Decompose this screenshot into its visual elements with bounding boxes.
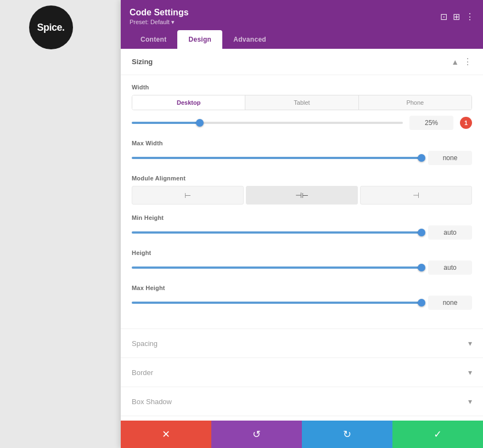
device-tab-desktop[interactable]: Desktop bbox=[132, 95, 245, 110]
tab-advanced[interactable]: Advanced bbox=[222, 30, 277, 49]
header-icons: ⊡ ⊞ ⋮ bbox=[440, 12, 474, 22]
sizing-title: Sizing bbox=[132, 58, 153, 66]
min-height-slider-row: auto bbox=[132, 225, 472, 240]
min-height-slider-container[interactable] bbox=[132, 231, 422, 234]
height-slider-thumb[interactable] bbox=[418, 264, 425, 271]
max-height-slider-fill bbox=[132, 302, 422, 304]
max-height-field-group: Max Height none bbox=[132, 285, 472, 310]
align-right-btn[interactable]: ⊣ bbox=[360, 186, 472, 205]
width-slider-track bbox=[132, 122, 403, 124]
max-width-slider-row: none bbox=[132, 151, 472, 165]
columns-icon[interactable]: ⊞ bbox=[453, 12, 460, 22]
sizing-more-icon[interactable]: ⋮ bbox=[463, 56, 472, 67]
panel-preset[interactable]: Preset: Default ▾ bbox=[130, 19, 189, 26]
device-tabs: Desktop Tablet Phone bbox=[132, 95, 472, 110]
height-slider-row: auto bbox=[132, 260, 472, 275]
width-label: Width bbox=[132, 84, 472, 90]
spacing-chevron-icon: ▾ bbox=[468, 339, 472, 348]
width-slider-row: 25% 1 bbox=[132, 116, 472, 130]
panel-title: Code Settings bbox=[130, 8, 189, 18]
sizing-section-body: Width Desktop Tablet Phone bbox=[121, 75, 483, 328]
filters-section-header[interactable]: Filters ▾ bbox=[121, 416, 483, 421]
redo-button[interactable]: ↻ bbox=[302, 421, 392, 448]
panel-title-group: Code Settings Preset: Default ▾ bbox=[130, 8, 189, 26]
spacing-section: Spacing ▾ bbox=[121, 328, 483, 358]
min-height-label: Min Height bbox=[132, 214, 472, 221]
max-height-slider-container[interactable] bbox=[132, 302, 422, 304]
logo-text: Spice. bbox=[37, 22, 64, 33]
box-shadow-chevron-icon: ▾ bbox=[468, 397, 472, 406]
panel-footer: ✕ ↺ ↻ ✓ bbox=[121, 421, 483, 448]
border-chevron-icon: ▾ bbox=[468, 368, 472, 377]
sizing-section-header: Sizing ▲ ⋮ bbox=[121, 49, 483, 75]
tab-design[interactable]: Design bbox=[177, 30, 222, 49]
filters-section: Filters ▾ bbox=[121, 416, 483, 421]
height-slider-container[interactable] bbox=[132, 266, 422, 269]
box-shadow-section-header[interactable]: Box Shadow ▾ bbox=[121, 387, 483, 416]
max-height-value[interactable]: none bbox=[428, 296, 472, 310]
sizing-section-controls: ▲ ⋮ bbox=[451, 56, 472, 67]
more-options-icon[interactable]: ⋮ bbox=[465, 12, 474, 22]
align-center-btn[interactable]: ⊣⊢ bbox=[246, 186, 358, 205]
height-slider-fill bbox=[132, 266, 422, 269]
width-field-group: Width Desktop Tablet Phone bbox=[132, 84, 472, 130]
spacing-title: Spacing bbox=[132, 339, 158, 348]
max-height-label: Max Height bbox=[132, 285, 472, 291]
width-badge: 1 bbox=[460, 117, 472, 129]
panel-header: Code Settings Preset: Default ▾ ⊡ ⊞ ⋮ Co… bbox=[121, 0, 483, 49]
logo-circle: Spice. bbox=[29, 5, 73, 49]
width-slider-thumb[interactable] bbox=[196, 119, 204, 127]
box-shadow-section: Box Shadow ▾ bbox=[121, 387, 483, 416]
width-slider-fill bbox=[132, 122, 200, 124]
alignment-buttons: ⊢ ⊣⊢ ⊣ bbox=[132, 186, 472, 205]
max-height-slider-track bbox=[132, 302, 422, 304]
tab-content[interactable]: Content bbox=[130, 30, 177, 49]
height-value[interactable]: auto bbox=[428, 260, 472, 275]
panel-content: Sizing ▲ ⋮ Width Desktop Tablet Phone bbox=[121, 49, 483, 421]
border-title: Border bbox=[132, 368, 153, 377]
reset-button[interactable]: ↺ bbox=[211, 421, 302, 448]
height-slider-track bbox=[132, 266, 422, 269]
max-width-value[interactable]: none bbox=[428, 151, 472, 165]
save-button[interactable]: ✓ bbox=[392, 421, 483, 448]
min-height-slider-track bbox=[132, 231, 422, 234]
align-left-btn[interactable]: ⊢ bbox=[132, 186, 244, 205]
max-height-slider-row: none bbox=[132, 296, 472, 310]
max-width-slider-container[interactable] bbox=[132, 157, 422, 159]
max-height-slider-thumb[interactable] bbox=[418, 299, 425, 307]
min-height-slider-thumb[interactable] bbox=[418, 229, 425, 236]
min-height-value[interactable]: auto bbox=[428, 225, 472, 240]
sizing-section: Sizing ▲ ⋮ Width Desktop Tablet Phone bbox=[121, 49, 483, 328]
height-field-group: Height auto bbox=[132, 249, 472, 275]
module-alignment-label: Module Alignment bbox=[132, 175, 472, 182]
height-label: Height bbox=[132, 249, 472, 256]
width-value[interactable]: 25% bbox=[409, 116, 453, 130]
width-slider-container[interactable] bbox=[132, 122, 403, 124]
box-shadow-title: Box Shadow bbox=[132, 398, 172, 406]
min-height-field-group: Min Height auto bbox=[132, 214, 472, 240]
spacing-section-header[interactable]: Spacing ▾ bbox=[121, 329, 483, 358]
max-width-field-group: Max Width none bbox=[132, 140, 472, 165]
border-section-header[interactable]: Border ▾ bbox=[121, 358, 483, 387]
max-width-slider-thumb[interactable] bbox=[418, 154, 425, 162]
responsive-icon[interactable]: ⊡ bbox=[440, 12, 447, 22]
max-width-slider-track bbox=[132, 157, 422, 159]
settings-panel: Code Settings Preset: Default ▾ ⊡ ⊞ ⋮ Co… bbox=[121, 0, 483, 448]
logo-area: Spice. bbox=[0, 0, 102, 55]
sizing-collapse-icon[interactable]: ▲ bbox=[451, 58, 459, 66]
panel-tabs: Content Design Advanced bbox=[130, 30, 474, 49]
panel-header-top: Code Settings Preset: Default ▾ ⊡ ⊞ ⋮ bbox=[130, 8, 474, 26]
max-width-slider-fill bbox=[132, 157, 422, 159]
max-width-label: Max Width bbox=[132, 140, 472, 146]
device-tab-tablet[interactable]: Tablet bbox=[245, 95, 358, 110]
module-alignment-field-group: Module Alignment ⊢ ⊣⊢ ⊣ bbox=[132, 175, 472, 205]
min-height-slider-fill bbox=[132, 231, 422, 234]
device-tab-phone[interactable]: Phone bbox=[359, 95, 471, 110]
border-section: Border ▾ bbox=[121, 358, 483, 387]
cancel-button[interactable]: ✕ bbox=[121, 421, 211, 448]
